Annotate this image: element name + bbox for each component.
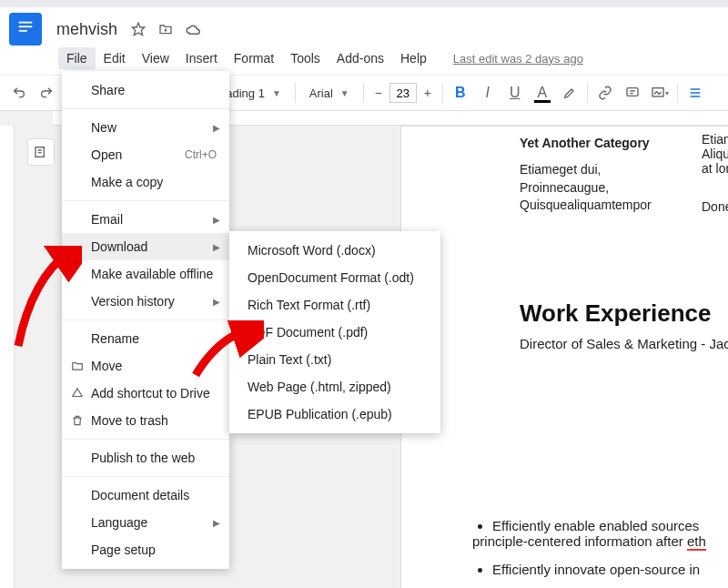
menu-addons[interactable]: Add-ons (329, 47, 392, 69)
underline-button[interactable]: U (503, 81, 527, 105)
menu-view[interactable]: View (134, 47, 177, 69)
font-size-control: − 23 + (369, 83, 437, 103)
submenu-arrow-icon: ▶ (213, 215, 220, 225)
menu-item-download[interactable]: Download▶ (62, 233, 229, 260)
docs-logo-icon[interactable] (9, 13, 42, 46)
menu-item-page-setup[interactable]: Page setup (62, 536, 229, 563)
submenu-arrow-icon: ▶ (213, 297, 220, 307)
menu-item-email[interactable]: Email▶ (62, 206, 229, 233)
svg-rect-3 (19, 30, 27, 32)
cloud-status-icon[interactable] (185, 21, 201, 37)
menu-file[interactable]: File (58, 47, 96, 69)
chevron-down-icon: ▼ (272, 88, 281, 98)
menu-item-label: Email (91, 212, 123, 227)
trash-icon (69, 414, 86, 427)
star-icon[interactable] (130, 21, 147, 37)
submenu-arrow-icon: ▶ (213, 518, 220, 528)
menu-help[interactable]: Help (392, 47, 435, 69)
separator (677, 83, 678, 103)
menu-item-language[interactable]: Language▶ (62, 509, 229, 536)
menu-item-doc-details[interactable]: Document details (62, 482, 229, 509)
menu-item-move-trash[interactable]: Move to trash (62, 407, 229, 434)
menu-item-label: Open (91, 147, 122, 162)
font-size-increase[interactable]: + (419, 83, 437, 103)
menu-item-label: New (91, 120, 116, 135)
text-fragment: Donecl (702, 199, 728, 214)
document-title[interactable]: mehvish (56, 20, 117, 39)
download-rtf[interactable]: Rich Text Format (.rtf) (229, 291, 440, 319)
svg-rect-1 (19, 22, 33, 24)
menu-item-move[interactable]: Move (62, 352, 229, 380)
category-heading: Yet Another Category (520, 136, 693, 150)
text-fragment: at loren (702, 161, 728, 176)
menu-item-version-history[interactable]: Version history▶ (62, 288, 229, 315)
svg-rect-2 (19, 25, 33, 27)
folder-move-icon (69, 360, 86, 372)
vertical-ruler[interactable] (0, 126, 15, 588)
bold-button[interactable]: B (449, 81, 472, 105)
category-body: Etiameget dui, Proinnecaugue, Quisqueali… (520, 161, 693, 215)
menu-item-label: Language (91, 515, 147, 530)
file-menu-dropdown: Share New▶ OpenCtrl+O Make a copy Email▶… (62, 71, 229, 569)
separator (295, 83, 296, 103)
menu-item-share[interactable]: Share (62, 76, 229, 104)
menu-item-publish[interactable]: Publish to the web (62, 444, 229, 471)
drive-shortcut-icon (69, 387, 86, 400)
svg-rect-0 (15, 16, 35, 42)
menu-item-shortcut: Ctrl+O (185, 148, 217, 161)
submenu-arrow-icon: ▶ (213, 242, 220, 252)
text-fragment: Aliquan (702, 147, 728, 161)
text-run: principle-centered information after (472, 533, 687, 549)
move-folder-icon[interactable] (157, 21, 174, 37)
menu-item-label: Download (91, 239, 147, 254)
section-heading: Work Experience (520, 299, 712, 328)
download-odt[interactable]: OpenDocument Format (.odt) (229, 264, 440, 291)
download-html[interactable]: Web Page (.html, zipped) (229, 373, 440, 400)
undo-button[interactable] (7, 81, 31, 105)
svg-marker-4 (132, 23, 144, 35)
font-size-decrease[interactable]: − (369, 83, 388, 103)
redo-button[interactable] (35, 81, 58, 105)
insert-comment-button[interactable] (621, 81, 644, 105)
outline-toggle-button[interactable] (27, 138, 55, 166)
text-color-button[interactable]: A (531, 81, 554, 105)
menu-insert[interactable]: Insert (177, 47, 226, 69)
menu-edit[interactable]: Edit (96, 47, 134, 69)
menu-item-new[interactable]: New▶ (62, 114, 229, 141)
bullet-list: Efficiently enable enabled sources princ… (492, 518, 706, 588)
download-docx[interactable]: Microsoft Word (.docx) (229, 237, 440, 264)
list-item: Efficiently enable enabled sources princ… (492, 518, 706, 549)
font-size-input[interactable]: 23 (389, 83, 417, 103)
separator (363, 83, 364, 103)
insert-image-button[interactable]: ▾ (648, 81, 672, 105)
section-subheading: Director of Sales & Marketing - Jackso (520, 336, 728, 351)
menu-tools[interactable]: Tools (282, 47, 329, 69)
download-txt[interactable]: Plain Text (.txt) (229, 346, 440, 373)
menu-item-label: Add shortcut to Drive (91, 386, 210, 400)
menu-item-open[interactable]: OpenCtrl+O (62, 141, 229, 168)
download-submenu: Microsoft Word (.docx) OpenDocument Form… (229, 231, 440, 433)
insert-link-button[interactable] (593, 81, 617, 105)
highlight-button[interactable] (558, 81, 581, 105)
window-titlebar (0, 0, 728, 7)
align-button[interactable] (683, 81, 707, 105)
svg-rect-5 (627, 88, 638, 96)
list-item: Efficiently innovate open-source in (492, 562, 706, 577)
menu-item-rename[interactable]: Rename (62, 325, 229, 352)
chevron-down-icon: ▼ (340, 88, 349, 98)
italic-button[interactable]: I (476, 81, 500, 105)
menu-item-make-offline[interactable]: Make available offline (62, 260, 229, 288)
download-epub[interactable]: EPUB Publication (.epub) (229, 400, 440, 428)
document-page[interactable]: Yet Another Category Etiameget dui, Proi… (400, 126, 728, 588)
menu-item-label: Move to trash (91, 413, 168, 428)
separator (587, 83, 588, 103)
menu-item-label: Move (91, 359, 122, 373)
submenu-arrow-icon: ▶ (213, 123, 220, 133)
font-select[interactable]: Arial▼ (301, 81, 358, 105)
menu-item-make-copy[interactable]: Make a copy (62, 168, 229, 196)
download-pdf[interactable]: PDF Document (.pdf) (229, 319, 440, 346)
menu-format[interactable]: Format (226, 47, 282, 69)
spelling-error-run: eth (687, 533, 706, 551)
last-edit-link[interactable]: Last edit was 2 days ago (453, 52, 583, 66)
menu-item-add-shortcut[interactable]: Add shortcut to Drive (62, 380, 229, 407)
